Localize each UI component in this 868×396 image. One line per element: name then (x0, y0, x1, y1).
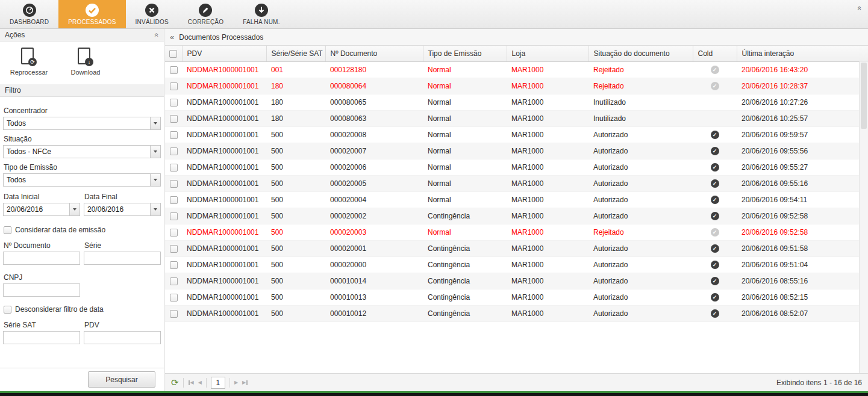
actions-collapse-icon[interactable]: « (153, 33, 161, 37)
last-page-button[interactable]: ▶ (242, 380, 248, 385)
next-page-button[interactable]: ▶ (234, 380, 238, 385)
tab-correcao[interactable]: CORREÇÃO (178, 0, 233, 28)
num-documento-field[interactable] (3, 252, 80, 265)
col-tipo-emissao[interactable]: Tipo de Emissão (423, 46, 507, 61)
row-checkbox[interactable] (170, 277, 178, 285)
num-documento-input[interactable] (3, 252, 80, 265)
vertical-scrollbar[interactable] (859, 61, 868, 373)
chevron-down-icon[interactable] (150, 117, 160, 129)
considerar-data-emissao-checkbox[interactable] (4, 226, 11, 234)
tipo-emissao-value[interactable] (3, 173, 161, 187)
table-row[interactable]: NDDMAR1000001001500000010012Contingência… (165, 305, 860, 321)
situacao-select[interactable] (3, 145, 161, 158)
pdv-input[interactable] (84, 331, 161, 344)
scrollbar-thumb[interactable] (861, 63, 867, 129)
cold-check-icon: ✓ (711, 163, 719, 172)
table-row[interactable]: NDDMAR1000001001500000020004NormalMAR100… (165, 191, 860, 208)
row-checkbox[interactable] (170, 66, 178, 74)
table-row[interactable]: NDDMAR1000001001180000080064NormalMAR100… (165, 78, 860, 94)
col-cold[interactable]: Cold (693, 46, 737, 61)
download-button[interactable]: ↓ Download (61, 48, 110, 76)
table-row[interactable]: NDDMAR1000001001500000020008NormalMAR100… (165, 126, 860, 143)
col-num-documento[interactable]: Nº Documento (325, 46, 423, 61)
row-checkbox[interactable] (170, 164, 178, 172)
toolbar-collapse-button[interactable]: « (852, 0, 868, 16)
row-checkbox[interactable] (170, 196, 178, 204)
row-checkbox[interactable] (170, 310, 178, 318)
serie-input[interactable] (84, 252, 161, 265)
col-situacao[interactable]: Situação do documento (589, 46, 693, 61)
cell-situacao: Rejeitado (589, 224, 693, 240)
row-checkbox[interactable] (170, 131, 178, 139)
refresh-icon[interactable]: ⟳ (171, 377, 179, 388)
panel-collapse-icon[interactable]: « (170, 32, 174, 42)
table-row[interactable]: NDDMAR1000001001500000020006NormalMAR100… (165, 159, 860, 175)
chevron-down-icon[interactable] (69, 203, 80, 215)
desconsiderar-filtro-data-checkbox[interactable] (4, 306, 11, 314)
table-row[interactable]: NDDMAR1000001001500000010013Contingência… (165, 289, 860, 305)
row-checkbox[interactable] (170, 212, 178, 220)
serie-sat-input[interactable] (3, 331, 80, 344)
chevron-down-icon[interactable] (150, 146, 160, 158)
table-row[interactable]: NDDMAR1000001001500000010014Contingência… (165, 273, 860, 289)
prev-page-button[interactable]: ◀ (198, 380, 202, 385)
row-checkbox[interactable] (170, 245, 178, 253)
col-loja[interactable]: Loja (507, 46, 589, 61)
situacao-label: Situação (4, 135, 161, 143)
cnpj-field[interactable] (3, 283, 80, 297)
data-inicial-value[interactable] (3, 203, 80, 216)
cell-pdv: NDDMAR1000001001 (182, 175, 266, 191)
tipo-emissao-select[interactable] (3, 173, 161, 187)
reprocess-button[interactable]: ⟳ Reprocessar (5, 48, 53, 76)
cell-num-documento: 000080063 (325, 110, 423, 126)
data-final-value[interactable] (84, 203, 161, 216)
first-page-button[interactable]: ◀ (188, 380, 194, 385)
table-row[interactable]: NDDMAR1000001001180000080065NormalMAR100… (165, 94, 860, 110)
table-row[interactable]: NDDMAR1000001001500000020005NormalMAR100… (165, 175, 860, 191)
cell-pdv: NDDMAR1000001001 (182, 256, 266, 273)
col-ultima-interacao[interactable]: Última interação (737, 46, 860, 61)
table-row[interactable]: NDDMAR1000001001500000020007NormalMAR100… (165, 143, 860, 159)
serie-sat-field[interactable] (3, 331, 80, 344)
data-inicial-picker[interactable] (3, 203, 80, 216)
cell-pdv: NDDMAR1000001001 (182, 78, 266, 94)
chevron-down-icon[interactable] (150, 203, 160, 215)
cnpj-input[interactable] (3, 283, 80, 297)
data-final-picker[interactable] (84, 203, 161, 216)
tab-dashboard[interactable]: DASHBOARD (0, 0, 58, 28)
col-serie[interactable]: Série/Série SAT (266, 46, 325, 61)
row-checkbox[interactable] (170, 147, 178, 155)
col-pdv[interactable]: PDV (182, 46, 266, 61)
table-row[interactable]: NDDMAR1000001001500000020003NormalMAR100… (165, 224, 860, 240)
tab-falha-num[interactable]: FALHA NUM. (233, 0, 289, 28)
table-row[interactable]: NDDMAR1000001001180000080063NormalMAR100… (165, 110, 860, 126)
serie-field[interactable] (84, 252, 161, 265)
concentrador-value[interactable] (3, 117, 161, 130)
row-checkbox[interactable] (170, 115, 178, 123)
table-row[interactable]: NDDMAR1000001001001000128180NormalMAR100… (165, 61, 860, 78)
search-button[interactable]: Pesquisar (88, 371, 155, 388)
row-checkbox[interactable] (170, 229, 178, 237)
table-row[interactable]: NDDMAR1000001001500000020000Contingência… (165, 256, 860, 273)
cell-ultima-interacao: 20/06/2016 10:27:26 (737, 94, 860, 110)
tab-invalidos[interactable]: INVÁLIDOS (126, 0, 178, 28)
chevron-down-icon[interactable] (150, 174, 160, 186)
concentrador-select[interactable] (3, 117, 161, 130)
select-all-checkbox[interactable] (169, 50, 177, 58)
row-checkbox[interactable] (170, 99, 178, 107)
table-row[interactable]: NDDMAR1000001001500000020002Contingência… (165, 208, 860, 224)
cell-pdv: NDDMAR1000001001 (182, 61, 266, 78)
reprocess-label: Reprocessar (10, 69, 48, 76)
cell-cold (693, 110, 737, 126)
tab-processados[interactable]: PROCESSADOS (58, 0, 125, 28)
situacao-value[interactable] (3, 145, 161, 158)
pdv-field[interactable] (84, 331, 161, 344)
row-checkbox[interactable] (170, 180, 178, 188)
row-checkbox[interactable] (170, 261, 178, 269)
table-row[interactable]: NDDMAR1000001001500000020001Contingência… (165, 240, 860, 256)
cold-check-icon: ✓ (711, 261, 719, 269)
row-checkbox[interactable] (170, 82, 178, 90)
separator (206, 378, 207, 388)
page-number-input[interactable] (211, 377, 225, 389)
row-checkbox[interactable] (170, 294, 178, 302)
